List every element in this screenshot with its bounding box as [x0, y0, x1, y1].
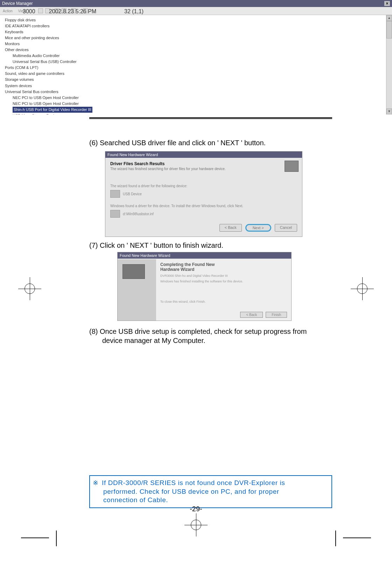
- device-line: DVR3000 Shin-ho and Digital Video Record…: [160, 274, 287, 278]
- window-titlebar: Found New Hardware Wizard: [105, 152, 302, 158]
- scroll-up-icon[interactable]: ▲: [386, 15, 392, 21]
- wizard-side-panel: [118, 259, 156, 321]
- tree-item[interactable]: NEC PCI to USB Open Host Controller: [5, 95, 388, 101]
- tree-item[interactable]: Other devices: [5, 47, 388, 53]
- scroll-thumb[interactable]: [386, 21, 392, 38]
- window-titlebar: Found New Hardware Wizard: [118, 252, 291, 259]
- hardware-icon: [122, 264, 145, 279]
- window-title: Found New Hardware Wizard: [107, 153, 158, 157]
- close-icon[interactable]: ×: [384, 1, 390, 6]
- registration-mark: [21, 280, 38, 297]
- close-hint: To close this wizard, click Finish.: [160, 300, 287, 303]
- window-title: Found New Hardware Wizard: [120, 253, 170, 258]
- cancel-button[interactable]: Cancel: [275, 224, 297, 232]
- note-line-1: If DDR-3000/R SERIES is not found once D…: [102, 479, 285, 486]
- scrollbar[interactable]: ▲ ▼: [386, 15, 392, 114]
- registration-mark: [187, 516, 205, 534]
- dialog-subtext: The wizard has finished searching for dr…: [110, 167, 297, 171]
- note-line-2: performed. Check for USB device on PC, a…: [93, 487, 327, 496]
- step-8-text-line1: (8) Once USB drive setup is completed, c…: [89, 327, 334, 336]
- tree-item[interactable]: IDE ATA/ATAPI controllers: [5, 23, 388, 29]
- tree-item[interactable]: Sound, video and game controllers: [5, 71, 388, 77]
- dialog-heading: Driver Files Search Results: [110, 161, 297, 166]
- crop-mark: [56, 531, 57, 546]
- window-title: Device Manager: [2, 1, 33, 6]
- back-button[interactable]: < Back: [219, 224, 242, 232]
- found-device-label: The wizard found a driver for the follow…: [110, 184, 297, 188]
- hardware-icon: [285, 161, 299, 172]
- note-line-3: connection of Cable.: [93, 496, 327, 505]
- folder-icon: [110, 210, 120, 218]
- tree-item[interactable]: Mice and other pointing devices: [5, 35, 388, 41]
- device-manager-screenshot: Device Manager × Action View Floppy disk…: [0, 0, 392, 114]
- step-7-text: (7) Click on ' NEXT ' button to finish w…: [89, 241, 334, 250]
- tree-item[interactable]: Universal Serial Bus controllers: [5, 89, 388, 95]
- section-rule: [89, 117, 332, 119]
- tree-item[interactable]: Storage volumes: [5, 77, 388, 83]
- back-button[interactable]: < Back: [240, 312, 263, 318]
- menu-action[interactable]: Action: [3, 9, 13, 13]
- device-icon: [110, 190, 120, 198]
- tree-item[interactable]: Monitors: [5, 41, 388, 47]
- tree-item[interactable]: Universal Serial Bus (USB) Controller: [5, 59, 388, 65]
- device-name: USB Device: [123, 192, 142, 196]
- driver-path: d:\Win98\usbstor.inf: [123, 212, 154, 216]
- tree-item[interactable]: System devices: [5, 83, 388, 89]
- step-6-text: (6) Searched USB driver file and click o…: [89, 138, 334, 147]
- toolbar-icon[interactable]: [38, 8, 43, 13]
- crop-mark: [21, 538, 49, 538]
- complete-heading-1: Completing the Found New: [160, 262, 287, 267]
- note-symbol: ※: [93, 479, 102, 487]
- tree-item[interactable]: NEC PCI to USB Open Host Controller: [5, 101, 388, 107]
- crop-mark: [343, 538, 371, 538]
- tree-item-selected[interactable]: Shin-h USB Port for Digital Video Record…: [5, 107, 388, 113]
- finished-line: Windows has finished installing the soft…: [160, 280, 287, 283]
- header-code: 3000: [23, 8, 35, 15]
- tree-item[interactable]: Keyboards: [5, 29, 388, 35]
- step-8-text-line2: device manager at My Computer.: [102, 336, 333, 345]
- found-driver-label: Windows found a driver for this device. …: [110, 204, 297, 208]
- header-timestamp: 2002.8.23 5:26 PM: [49, 8, 96, 15]
- finish-button[interactable]: Finish: [266, 312, 287, 318]
- crop-mark: [335, 531, 336, 546]
- registration-mark: [354, 280, 371, 297]
- device-tree: Floppy disk drives IDE ATA/ATAPI control…: [0, 15, 392, 114]
- complete-heading-2: Hardware Wizard: [160, 267, 287, 272]
- tree-item[interactable]: Floppy disk drives: [5, 17, 388, 23]
- wizard-search-results-screenshot: Found New Hardware Wizard Driver Files S…: [105, 151, 302, 237]
- tree-item[interactable]: USB Mass Storage Device: [5, 113, 388, 114]
- page-number: -29-: [190, 505, 202, 513]
- next-button[interactable]: Next >: [245, 224, 271, 232]
- wizard-complete-screenshot: Found New Hardware Wizard Completing the…: [117, 252, 292, 321]
- scroll-down-icon[interactable]: ▼: [386, 108, 392, 114]
- tree-item[interactable]: Multimedia Audio Controller: [5, 53, 388, 59]
- tree-item[interactable]: Ports (COM & LPT): [5, 65, 388, 71]
- header-pageref: 32 (1,1): [124, 8, 144, 15]
- note-box: ※If DDR-3000/R SERIES is not found once …: [89, 475, 332, 508]
